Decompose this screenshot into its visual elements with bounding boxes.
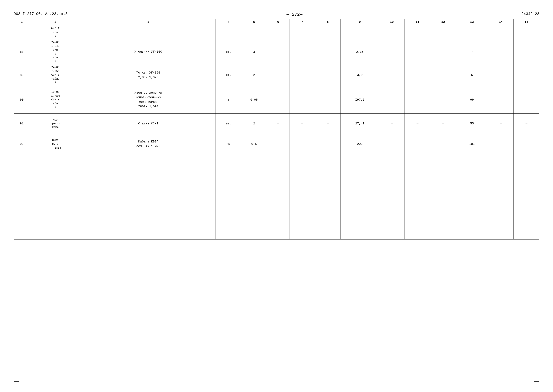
page: 903-I-277.90. Ал.23,кн.3 — 272— 24342-28… <box>0 0 553 392</box>
row-92-col10: — <box>379 134 405 154</box>
row-88-col14: — <box>488 40 514 64</box>
row-92-desc: Кабель КВВГ сеч. 4х 1 мм2 <box>81 134 216 154</box>
row-91-num: 91 <box>14 113 30 134</box>
row-91-col15: — <box>514 113 539 134</box>
col-header-3: 3 <box>81 19 216 25</box>
col-header-11: 11 <box>405 19 430 25</box>
row-89-unit: шт. <box>216 64 241 86</box>
row-89-col9: 3,0 <box>341 64 379 86</box>
row-91-col14: — <box>488 113 514 134</box>
row-89-num: 89 <box>14 64 30 86</box>
col-header-10: 10 <box>379 19 405 25</box>
row-90-col15: — <box>514 86 539 113</box>
row-91-col13: 55 <box>456 113 488 134</box>
col-header-5: 5 <box>241 19 267 25</box>
row-92-col15: — <box>514 134 539 154</box>
row-91-ref: МСУ треста СЭМА <box>30 113 81 134</box>
row-89-col10: — <box>379 64 405 86</box>
col-header-9: 9 <box>341 19 379 25</box>
row-89-col6: — <box>267 64 289 86</box>
row-91-col11: — <box>405 113 430 134</box>
preheader-row: СИМ У табл. 7 <box>14 25 539 40</box>
row-90-col14: — <box>488 86 514 113</box>
row-90-col11: — <box>405 86 430 113</box>
corner-bottom-right <box>534 377 539 382</box>
row-92-col12: — <box>430 134 456 154</box>
row-90-col13: 99 <box>456 86 488 113</box>
row-88-col11: — <box>405 40 430 64</box>
doc-number: 24342-28 <box>521 12 539 16</box>
row-92-col14: — <box>488 134 514 154</box>
col-header-7: 7 <box>289 19 315 25</box>
row-91-col9: 27,4I <box>341 113 379 134</box>
row-90-col5: 0,05 <box>241 86 267 113</box>
col-header-1: 1 <box>14 19 30 25</box>
row-88-col7: — <box>289 40 315 64</box>
row-91-col8: — <box>315 113 341 134</box>
row-92-num: 92 <box>14 134 30 154</box>
row-89-ref: 24-05 I-250 СИМ У табл. 7 <box>30 64 81 86</box>
row-91-col5: 2 <box>241 113 267 134</box>
row-88-col9: 2,36 <box>341 40 379 64</box>
row-89-col11: — <box>405 64 430 86</box>
row-92-col9: 202 <box>341 134 379 154</box>
table-row: 92 СИМУ р. I п. I8I4 Кабель КВВГ сеч. 4х… <box>14 134 539 154</box>
row-88-unit: шт. <box>216 40 241 64</box>
row-92-col6: — <box>267 134 289 154</box>
row-89-col7: — <box>289 64 315 86</box>
col-header-8: 8 <box>315 19 341 25</box>
table-row: 90 I9-05 II-005 СИМ У табл. 7 Узел сочле… <box>14 86 539 113</box>
row-90-col10: — <box>379 86 405 113</box>
page-number: — 272— <box>68 12 522 17</box>
col-header-2: 2 <box>30 19 81 25</box>
row-89-col12: — <box>430 64 456 86</box>
row-91-col12: — <box>430 113 456 134</box>
row-92-ref: СИМУ р. I п. I8I4 <box>30 134 81 154</box>
row-89-col15: — <box>514 64 539 86</box>
row-88-num: 88 <box>14 40 30 64</box>
table-header-row: 1 2 3 4 5 6 7 8 9 10 11 12 13 14 15 <box>14 19 539 25</box>
row-92-col11: — <box>405 134 430 154</box>
row-90-unit: т <box>216 86 241 113</box>
row-88-desc: Угольник УГ-100 <box>81 40 216 64</box>
row-91-col6: — <box>267 113 289 134</box>
row-90-col9: I97,6 <box>341 86 379 113</box>
row-88-col13: 7 <box>456 40 488 64</box>
main-table: 1 2 3 4 5 6 7 8 9 10 11 12 13 14 15 СИМ <box>14 19 539 239</box>
col-header-14: 14 <box>488 19 514 25</box>
doc-ref: 903-I-277.90. Ал.23,кн.3 <box>14 12 68 16</box>
row-92-unit: км <box>216 134 241 154</box>
row-91-col10: — <box>379 113 405 134</box>
row-89-col5: 2 <box>241 64 267 86</box>
row-88-col12: — <box>430 40 456 64</box>
row-89-col8: — <box>315 64 341 86</box>
row-91-unit: шт. <box>216 113 241 134</box>
table-row: 88 24-05 I-249 СИМ у табл. 7 Угольник УГ… <box>14 40 539 64</box>
col-header-6: 6 <box>267 19 289 25</box>
row-92-col5: 0,5 <box>241 134 267 154</box>
table-row: 89 24-05 I-250 СИМ У табл. 7 То же, УГ-I… <box>14 64 539 86</box>
table-row: 91 МСУ треста СЭМА Статив СС-I шт. 2 — —… <box>14 113 539 134</box>
row-90-col8: — <box>315 86 341 113</box>
row-88-col5: 3 <box>241 40 267 64</box>
row-90-col6: — <box>267 86 289 113</box>
corner-top-right <box>534 7 539 12</box>
row-91-col7: — <box>289 113 315 134</box>
row-89-desc: То же, УГ-I50 2,80х 1,073 <box>81 64 216 86</box>
row-88-col8: — <box>315 40 341 64</box>
row-88-col10: — <box>379 40 405 64</box>
row-92-col8: — <box>315 134 341 154</box>
row-92-col13: IOI <box>456 134 488 154</box>
col-header-12: 12 <box>430 19 456 25</box>
col-header-4: 4 <box>216 19 241 25</box>
row-92-col7: — <box>289 134 315 154</box>
row-88-col6: — <box>267 40 289 64</box>
row-90-col12: — <box>430 86 456 113</box>
row-90-num: 90 <box>14 86 30 113</box>
row-90-col7: — <box>289 86 315 113</box>
corner-top-left <box>14 7 19 12</box>
row-90-ref: I9-05 II-005 СИМ У табл. 7 <box>30 86 81 113</box>
row-88-col15: — <box>514 40 539 64</box>
row-90-desc: Узел сочленения исполнительных механизмо… <box>81 86 216 113</box>
col-header-13: 13 <box>456 19 488 25</box>
